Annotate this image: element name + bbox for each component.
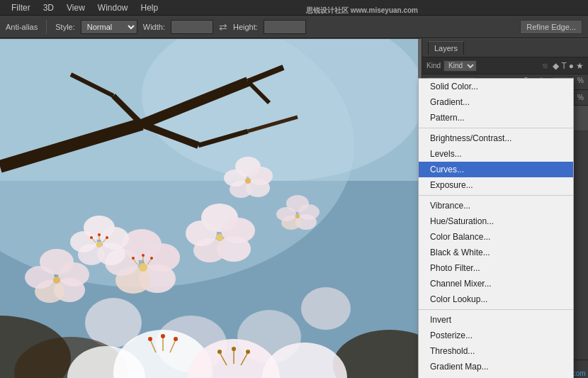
height-label: Height: — [233, 23, 258, 31]
menu-3d[interactable]: 3D — [38, 1, 60, 14]
style-label: Style: — [55, 23, 75, 31]
layers-panel-header: Layers — [422, 39, 588, 57]
svg-point-25 — [132, 257, 135, 260]
menu-view[interactable]: View — [61, 1, 91, 14]
dropdown-item-pattern-[interactable]: Pattern... — [419, 110, 573, 126]
photo-background — [0, 39, 418, 378]
svg-point-48 — [70, 231, 97, 252]
anti-alias-label: Anti-alias — [6, 23, 38, 31]
svg-point-30 — [186, 221, 217, 246]
dropdown-divider-14 — [419, 309, 573, 310]
svg-point-53 — [98, 233, 101, 236]
dropdown-item-gradient-map-[interactable]: Gradient Map... — [419, 359, 573, 374]
kind-select[interactable]: Kind — [443, 60, 477, 72]
svg-point-82 — [232, 347, 236, 351]
svg-point-37 — [53, 277, 60, 284]
svg-point-76 — [161, 334, 165, 338]
dropdown-item-channel-mixer-[interactable]: Channel Mixer... — [419, 276, 573, 291]
svg-point-43 — [245, 178, 251, 184]
svg-point-42 — [224, 169, 247, 187]
watermark-text: 思锐设计社区 www.miseyuan.com — [306, 6, 418, 16]
dropdown-divider-7 — [419, 195, 573, 196]
dropdown-divider-3 — [419, 128, 573, 128]
svg-point-60 — [276, 207, 296, 221]
dropdown-item-solid-color-[interactable]: Solid Color... — [419, 79, 573, 94]
svg-point-54 — [106, 236, 108, 239]
filter-smart-icon[interactable]: ★ — [576, 61, 584, 71]
swap-arrow-icon: ⇄ — [219, 21, 227, 33]
dropdown-item-curves-[interactable]: Curves... — [419, 162, 573, 177]
refine-edge-button[interactable]: Refine Edge... — [520, 20, 582, 34]
dropdown-item-brightness-contrast-[interactable]: Brightness/Contrast... — [419, 130, 573, 146]
width-input[interactable] — [171, 20, 213, 34]
menu-help[interactable]: Help — [135, 1, 164, 14]
svg-point-83 — [246, 350, 250, 354]
svg-point-49 — [96, 242, 102, 248]
layers-search-bar: Kind Kind ◾ ◆ T ● ★ — [422, 57, 588, 74]
menu-bar: Filter 3D View Window Help 思锐设计社区 www.mi… — [0, 0, 588, 16]
dropdown-menu: Solid Color...Gradient...Pattern...Brigh… — [418, 78, 574, 378]
fill-percent-sign: % — [577, 94, 584, 101]
filter-text-icon[interactable]: T — [561, 61, 566, 71]
percent-sign: % — [577, 77, 584, 88]
svg-point-36 — [25, 266, 55, 289]
menu-filter[interactable]: Filter — [6, 1, 36, 14]
filter-icons: ◾ ◆ T ● ★ — [540, 61, 584, 71]
dropdown-item-hue-saturation-[interactable]: Hue/Saturation... — [419, 213, 573, 229]
filter-pixel-icon[interactable]: ◾ — [540, 61, 550, 71]
dropdown-item-invert[interactable]: Invert — [419, 312, 573, 328]
canvas-area: Layers Kind Kind ◾ ◆ T ● ★ Normal Opacit… — [0, 39, 588, 378]
svg-point-78 — [148, 337, 152, 341]
toolbar-divider-1 — [46, 20, 47, 34]
svg-point-23 — [142, 254, 145, 257]
width-label: Width: — [143, 23, 165, 31]
layers-tab[interactable]: Layers — [428, 41, 464, 55]
svg-point-61 — [295, 214, 300, 218]
toolbar: Anti-alias Style: Normal Width: ⇄ Height… — [0, 16, 588, 38]
svg-point-31 — [216, 234, 223, 241]
dropdown-item-posterize-[interactable]: Posterize... — [419, 328, 573, 343]
filter-adj-icon[interactable]: ◆ — [553, 61, 559, 71]
dropdown-item-photo-filter-[interactable]: Photo Filter... — [419, 260, 573, 276]
svg-point-65 — [301, 287, 351, 330]
height-input[interactable] — [264, 20, 306, 34]
style-select[interactable]: Normal — [81, 20, 137, 34]
svg-point-55 — [90, 236, 93, 239]
menu-window[interactable]: Window — [92, 1, 134, 14]
svg-point-19 — [139, 263, 147, 272]
dropdown-item-threshold-[interactable]: Threshold... — [419, 343, 573, 359]
dropdown-item-color-lookup-[interactable]: Color Lookup... — [419, 291, 573, 307]
dropdown-item-color-balance-[interactable]: Color Balance... — [419, 229, 573, 245]
dropdown-item-exposure-[interactable]: Exposure... — [419, 177, 573, 193]
filter-shape-icon[interactable]: ● — [569, 61, 574, 71]
kind-label: Kind — [426, 62, 441, 70]
dropdown-item-black-white-[interactable]: Black & White... — [419, 245, 573, 260]
svg-point-84 — [217, 350, 222, 354]
dropdown-item-vibrance-[interactable]: Vibrance... — [419, 198, 573, 213]
dropdown-item-levels-[interactable]: Levels... — [419, 146, 573, 162]
dropdown-item-gradient-[interactable]: Gradient... — [419, 94, 573, 110]
svg-point-24 — [150, 257, 153, 260]
dropdown-item-selective-color-[interactable]: Selective Color... — [419, 374, 573, 378]
svg-point-77 — [174, 337, 178, 341]
